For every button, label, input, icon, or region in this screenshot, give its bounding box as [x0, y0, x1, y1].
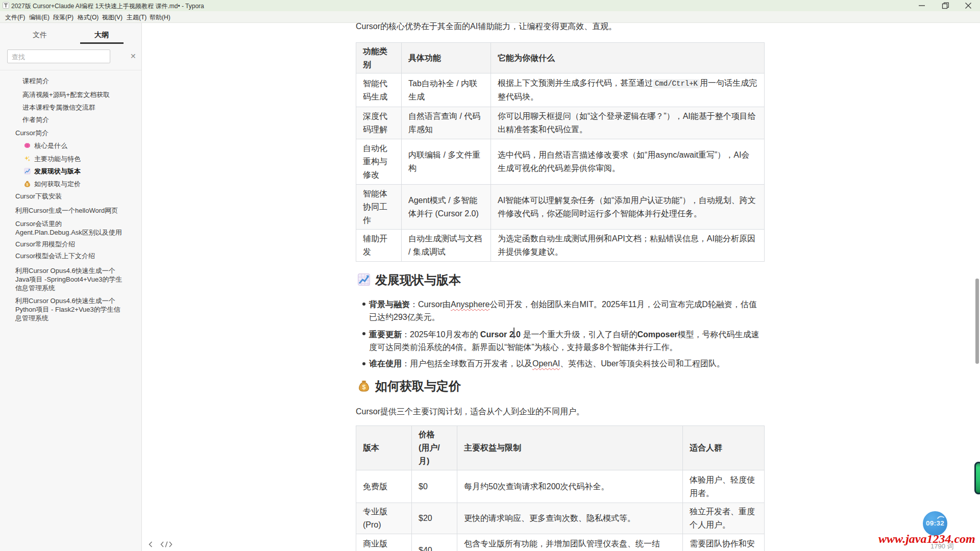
svg-text:$: $ — [362, 383, 365, 391]
svg-text:$: $ — [27, 183, 29, 187]
